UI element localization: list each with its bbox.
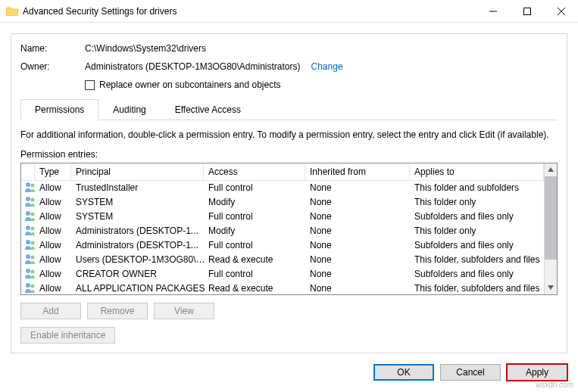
minimize-button[interactable] bbox=[476, 0, 510, 23]
tab-permissions[interactable]: Permissions bbox=[20, 99, 98, 120]
svg-point-4 bbox=[26, 182, 30, 187]
principal-icon bbox=[24, 268, 38, 281]
permission-entries-grid[interactable]: Type Principal Access Inherited from App… bbox=[20, 163, 558, 295]
scroll-up-button[interactable] bbox=[545, 163, 557, 176]
replace-owner-checkbox[interactable] bbox=[85, 80, 95, 90]
watermark: wsxdn.com bbox=[536, 381, 573, 389]
cell-access: Modify bbox=[207, 197, 308, 207]
cell-applies: Subfolders and files only bbox=[413, 269, 544, 279]
principal-icon bbox=[24, 282, 38, 294]
col-inherited[interactable]: Inherited from bbox=[305, 163, 410, 180]
svg-point-18 bbox=[26, 283, 30, 288]
cell-inherited: None bbox=[308, 226, 413, 236]
cancel-button[interactable]: Cancel bbox=[440, 364, 501, 381]
titlebar: Advanced Security Settings for drivers bbox=[0, 0, 578, 23]
cell-access: Modify bbox=[207, 226, 308, 236]
table-row[interactable]: AllowAdministrators (DESKTOP-1...Full co… bbox=[21, 238, 544, 253]
cell-type: Allow bbox=[38, 211, 74, 222]
svg-point-9 bbox=[31, 212, 35, 216]
cell-applies: This folder and subfolders bbox=[413, 182, 544, 193]
tabs: Permissions Auditing Effective Access bbox=[20, 99, 558, 120]
table-row[interactable]: AllowTrustedInstallerFull controlNoneThi… bbox=[21, 181, 544, 195]
cell-access: Full control bbox=[207, 240, 308, 250]
svg-point-11 bbox=[31, 226, 35, 230]
cell-inherited: None bbox=[308, 254, 413, 265]
cell-principal: Users (DESKTOP-1M3OG80\U... bbox=[74, 254, 207, 265]
tab-effective-access[interactable]: Effective Access bbox=[161, 99, 255, 120]
close-button[interactable] bbox=[544, 0, 578, 23]
table-row[interactable]: AllowSYSTEMFull controlNoneSubfolders an… bbox=[21, 210, 544, 224]
cell-inherited: None bbox=[308, 240, 413, 250]
scroll-thumb[interactable] bbox=[545, 176, 557, 260]
cell-principal: TrustedInstaller bbox=[74, 182, 207, 193]
scrollbar[interactable] bbox=[544, 163, 557, 294]
window-title: Advanced Security Settings for drivers bbox=[23, 6, 476, 17]
scroll-down-button[interactable] bbox=[545, 282, 557, 294]
maximize-button[interactable] bbox=[510, 0, 544, 23]
table-row[interactable]: AllowUsers (DESKTOP-1M3OG80\U...Read & e… bbox=[21, 253, 544, 267]
principal-icon bbox=[24, 225, 38, 238]
cell-inherited: None bbox=[308, 182, 413, 193]
cell-access: Read & execute bbox=[207, 254, 308, 265]
cell-access: Full control bbox=[207, 269, 308, 279]
owner-label: Owner: bbox=[20, 61, 85, 72]
apply-button[interactable]: Apply bbox=[507, 364, 567, 381]
table-row[interactable]: AllowALL APPLICATION PACKAGESRead & exec… bbox=[21, 282, 544, 294]
svg-point-17 bbox=[31, 269, 35, 273]
cell-principal: ALL APPLICATION PACKAGES bbox=[74, 283, 207, 294]
ok-button[interactable]: OK bbox=[373, 364, 434, 381]
cell-type: Allow bbox=[38, 226, 74, 236]
col-applies[interactable]: Applies to bbox=[410, 163, 544, 180]
name-row: Name: C:\Windows\System32\drivers bbox=[20, 43, 558, 54]
cell-principal: CREATOR OWNER bbox=[74, 269, 207, 279]
cell-inherited: None bbox=[308, 211, 413, 222]
name-label: Name: bbox=[20, 43, 85, 54]
remove-button[interactable]: Remove bbox=[87, 303, 148, 319]
table-row[interactable]: AllowSYSTEMModifyNoneThis folder only bbox=[21, 195, 544, 210]
principal-icon bbox=[24, 210, 38, 223]
principal-icon bbox=[24, 239, 38, 252]
cell-principal: SYSTEM bbox=[74, 197, 207, 207]
table-row[interactable]: AllowCREATOR OWNERFull controlNoneSubfol… bbox=[21, 267, 544, 282]
cell-applies: This folder only bbox=[413, 197, 544, 207]
svg-point-14 bbox=[26, 254, 30, 259]
svg-point-13 bbox=[31, 241, 35, 244]
add-button[interactable]: Add bbox=[20, 303, 81, 319]
cell-principal: Administrators (DESKTOP-1... bbox=[74, 240, 207, 250]
cell-type: Allow bbox=[38, 269, 74, 279]
col-access[interactable]: Access bbox=[204, 163, 305, 180]
svg-rect-1 bbox=[523, 8, 530, 14]
cell-type: Allow bbox=[38, 254, 74, 265]
cell-principal: SYSTEM bbox=[74, 211, 207, 222]
name-value: C:\Windows\System32\drivers bbox=[85, 43, 206, 54]
svg-point-19 bbox=[31, 284, 35, 288]
cell-type: Allow bbox=[38, 197, 74, 207]
principal-icon bbox=[24, 182, 38, 194]
cell-inherited: None bbox=[308, 269, 413, 279]
svg-point-5 bbox=[31, 183, 35, 187]
replace-owner-label: Replace owner on subcontainers and objec… bbox=[99, 79, 280, 90]
cell-type: Allow bbox=[38, 240, 74, 250]
cell-applies: Subfolders and files only bbox=[413, 211, 544, 222]
cell-access: Full control bbox=[207, 182, 308, 193]
cell-type: Allow bbox=[38, 182, 74, 193]
table-row[interactable]: AllowAdministrators (DESKTOP-1...ModifyN… bbox=[21, 224, 544, 238]
svg-point-10 bbox=[26, 226, 30, 230]
replace-owner-row: Replace owner on subcontainers and objec… bbox=[85, 79, 558, 90]
svg-point-7 bbox=[31, 198, 35, 201]
view-button[interactable]: View bbox=[154, 303, 214, 319]
principal-icon bbox=[24, 254, 38, 266]
tab-auditing[interactable]: Auditing bbox=[98, 99, 160, 120]
svg-point-8 bbox=[26, 211, 30, 216]
cell-applies: This folder, subfolders and files bbox=[413, 254, 544, 265]
col-type[interactable]: Type bbox=[35, 163, 71, 180]
change-owner-link[interactable]: Change bbox=[311, 61, 343, 72]
col-principal[interactable]: Principal bbox=[71, 163, 204, 180]
svg-point-12 bbox=[26, 240, 30, 244]
grid-header: Type Principal Access Inherited from App… bbox=[21, 163, 544, 181]
cell-applies: This folder, subfolders and files bbox=[413, 283, 544, 294]
cell-principal: Administrators (DESKTOP-1... bbox=[74, 226, 207, 236]
cell-type: Allow bbox=[38, 283, 74, 294]
enable-inheritance-button[interactable]: Enable inheritance bbox=[20, 327, 115, 344]
cell-applies: Subfolders and files only bbox=[413, 240, 544, 250]
